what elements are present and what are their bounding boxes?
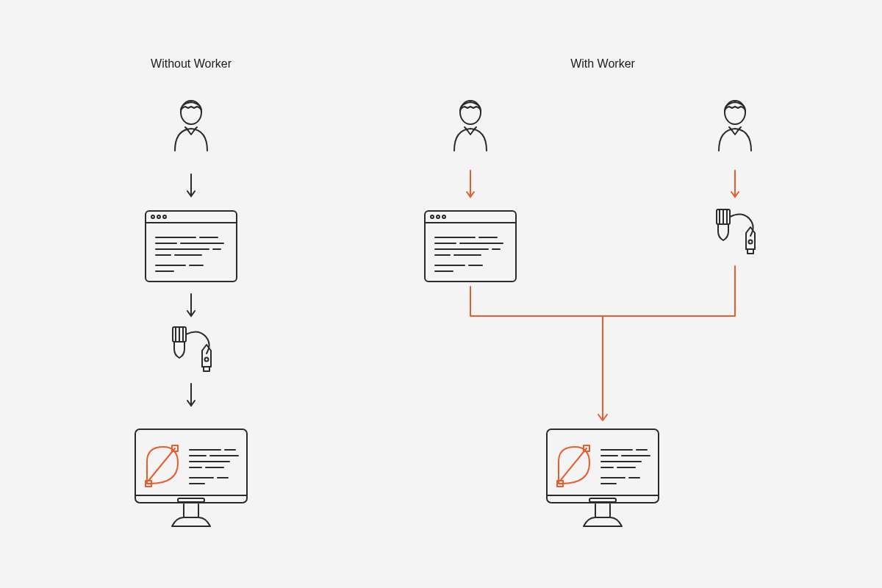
code-window-icon: [144, 209, 238, 283]
svg-point-6: [163, 215, 166, 218]
computer-output-icon: [132, 426, 250, 529]
svg-point-48: [431, 215, 434, 218]
svg-rect-26: [135, 429, 247, 503]
computer-output-icon: [544, 426, 662, 529]
svg-point-66: [749, 240, 753, 244]
arrow-icon: [186, 173, 196, 199]
svg-line-72: [560, 448, 587, 481]
person-icon: [448, 98, 492, 152]
right-title: With Worker: [570, 57, 635, 71]
svg-point-4: [151, 215, 154, 218]
left-title: Without Worker: [151, 57, 232, 71]
svg-point-50: [442, 215, 445, 218]
svg-point-23: [205, 358, 209, 362]
design-tools-icon: [165, 326, 217, 373]
svg-line-29: [148, 448, 175, 481]
design-tools-icon: [709, 208, 761, 255]
arrow-icon: [186, 293, 196, 319]
svg-point-49: [437, 215, 440, 218]
svg-rect-67: [747, 249, 753, 254]
merge-connector-icon: [463, 265, 742, 426]
person-icon: [713, 98, 757, 152]
arrow-icon: [186, 382, 196, 409]
svg-point-5: [157, 215, 160, 218]
svg-rect-71: [589, 498, 616, 502]
svg-rect-24: [204, 367, 209, 371]
arrow-accent-icon: [465, 169, 476, 200]
person-icon: [169, 98, 213, 152]
svg-rect-69: [547, 429, 659, 503]
svg-rect-28: [178, 498, 204, 502]
arrow-accent-icon: [730, 169, 740, 200]
